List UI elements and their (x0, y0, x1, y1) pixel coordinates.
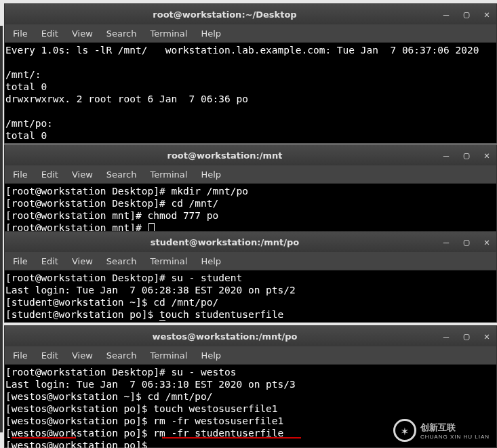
menu-terminal[interactable]: Terminal (144, 254, 193, 268)
menu-search[interactable]: Search (101, 26, 142, 41)
maximize-icon[interactable]: ▢ (461, 150, 472, 161)
menubar: File Edit View Search Terminal Help (5, 24, 496, 43)
menubar: File Edit View Search Terminal Help (5, 165, 496, 184)
watermark-text-cn: 创新互联 (420, 422, 490, 434)
line: Last login: Tue Jan 7 06:33:10 EST 2020 … (5, 379, 296, 390)
menu-edit[interactable]: Edit (36, 26, 64, 41)
line: [westos@workstation po]$ touch westosuse… (5, 403, 278, 414)
menu-search[interactable]: Search (101, 167, 142, 182)
maximize-icon[interactable]: ▢ (461, 237, 472, 247)
menu-search[interactable]: Search (101, 254, 142, 268)
line: [root@workstation Desktop]# mkdir /mnt/p… (5, 186, 248, 197)
close-icon[interactable]: ✕ (481, 237, 492, 247)
titlebar[interactable]: student@workstation:/mnt/po — ▢ ✕ (5, 232, 496, 252)
watermark-logo-icon: ✶ (393, 419, 416, 442)
minimize-icon[interactable]: — (441, 331, 452, 342)
cmd-frag: ouch studentuserfile (165, 309, 284, 320)
window-title: student@workstation:/mnt/po (9, 237, 441, 247)
line: Last login: Tue Jan 7 06:28:38 EST 2020 … (5, 285, 296, 296)
terminal-output[interactable]: [root@workstation Desktop]# mkdir /mnt/p… (5, 184, 496, 235)
menu-file[interactable]: File (7, 26, 33, 41)
line: /mnt/: (5, 69, 41, 80)
line: [root@workstation Desktop]# su - westos (5, 367, 236, 378)
highlight-underline (12, 437, 76, 439)
line: total 0 (5, 130, 47, 141)
close-icon[interactable]: ✕ (481, 150, 492, 161)
minimize-icon[interactable]: — (441, 9, 452, 20)
highlight-underline (162, 437, 301, 439)
terminal-output[interactable]: [root@workstation Desktop]# su - student… (5, 270, 496, 322)
window-title: root@workstation:/mnt (9, 150, 441, 161)
menubar: File Edit View Search Terminal Help (5, 346, 496, 365)
line: [root@workstation mnt]# chmod 777 po (5, 210, 218, 221)
prompt: [student@workstation po]$ (5, 309, 159, 320)
watermark-text-en: CHUANG XIN HU LIAN (420, 434, 490, 440)
menu-file[interactable]: File (7, 348, 33, 363)
line: total 0 (5, 81, 47, 92)
menu-terminal[interactable]: Terminal (144, 167, 193, 182)
cmd-frag: t (159, 309, 165, 321)
terminal-window-2: root@workstation:/mnt — ▢ ✕ File Edit Vi… (4, 144, 497, 236)
line: [root@workstation Desktop]# cd /mnt/ (5, 198, 218, 209)
minimize-icon[interactable]: — (441, 150, 452, 161)
terminal-output[interactable]: Every 1.0s: ls -lR /mnt/ workstation.lab… (5, 43, 496, 143)
line: [westos@workstation po]$ rm -fr westosus… (5, 415, 283, 426)
menu-view[interactable]: View (66, 348, 98, 363)
titlebar[interactable]: root@workstation:~/Desktop — ▢ ✕ (5, 4, 496, 24)
line: /mnt/po: (5, 118, 53, 129)
menu-edit[interactable]: Edit (36, 254, 64, 268)
window-title: root@workstation:~/Desktop (9, 9, 441, 20)
maximize-icon[interactable]: ▢ (461, 331, 472, 342)
menu-view[interactable]: View (66, 254, 98, 268)
menu-file[interactable]: File (7, 254, 33, 268)
menu-terminal[interactable]: Terminal (144, 26, 193, 41)
terminal-window-4: westos@workstation:/mnt/po — ▢ ✕ File Ed… (4, 325, 497, 448)
close-icon[interactable]: ✕ (481, 331, 492, 342)
line: drwxrwxrwx. 2 root root 6 Jan 7 06:36 po (5, 94, 248, 104)
menu-search[interactable]: Search (101, 348, 142, 363)
minimize-icon[interactable]: — (441, 237, 452, 247)
watermark: ✶ 创新互联 CHUANG XIN HU LIAN (393, 419, 490, 442)
menu-edit[interactable]: Edit (36, 348, 64, 363)
window-title: westos@workstation:/mnt/po (9, 331, 441, 342)
line: [westos@workstation ~]$ cd /mnt/po/ (5, 391, 213, 402)
menu-file[interactable]: File (7, 167, 33, 182)
line: Every 1.0s: ls -lR /mnt/ workstation.lab… (5, 45, 479, 56)
line: [root@workstation Desktop]# su - student (5, 272, 242, 283)
menu-view[interactable]: View (66, 167, 98, 182)
terminal-window-3: student@workstation:/mnt/po — ▢ ✕ File E… (4, 231, 497, 323)
menu-help[interactable]: Help (195, 254, 226, 268)
prompt: [westos@workstation po]$ (5, 440, 153, 448)
line: [student@workstation ~]$ cd /mnt/po/ (5, 297, 218, 308)
titlebar[interactable]: westos@workstation:/mnt/po — ▢ ✕ (5, 326, 496, 346)
maximize-icon[interactable]: ▢ (461, 9, 472, 20)
menu-view[interactable]: View (66, 26, 98, 41)
menu-edit[interactable]: Edit (36, 167, 64, 182)
menu-terminal[interactable]: Terminal (144, 348, 193, 363)
desktop-panel (0, 26, 3, 432)
menubar: File Edit View Search Terminal Help (5, 252, 496, 270)
menu-help[interactable]: Help (195, 167, 226, 182)
terminal-window-1: root@workstation:~/Desktop — ▢ ✕ File Ed… (4, 3, 497, 144)
titlebar[interactable]: root@workstation:/mnt — ▢ ✕ (5, 145, 496, 165)
menu-help[interactable]: Help (195, 26, 226, 41)
close-icon[interactable]: ✕ (481, 9, 492, 20)
menu-help[interactable]: Help (195, 348, 226, 363)
